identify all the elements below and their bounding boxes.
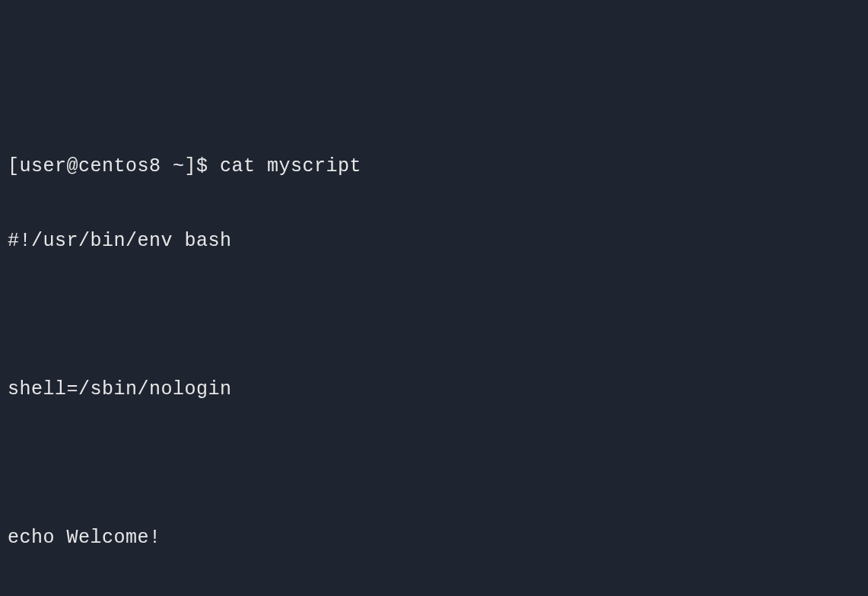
command-text: cat myscript (220, 155, 361, 177)
terminal-window[interactable]: [user@centos8 ~]$ cat myscript #!/usr/bi… (8, 105, 860, 596)
output-line-2: shell=/sbin/nologin (8, 378, 860, 403)
command-line-1: [user@centos8 ~]$ cat myscript (8, 155, 860, 180)
output-line-4: echo Welcome! (8, 526, 860, 551)
output-line-1 (8, 303, 860, 328)
shell-prompt: [user@centos8 ~]$ (8, 155, 220, 177)
output-line-3 (8, 451, 860, 476)
output-line-0: #!/usr/bin/env bash (8, 229, 860, 254)
